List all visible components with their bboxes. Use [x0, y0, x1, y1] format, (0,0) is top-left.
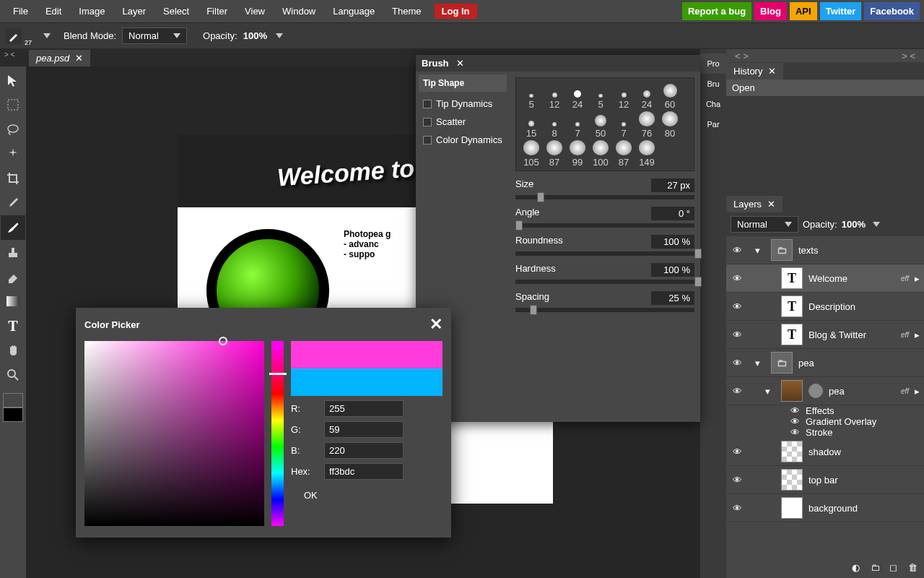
menu-edit[interactable]: Edit — [37, 0, 70, 23]
brush-tip-shape[interactable]: Tip Shape — [419, 74, 507, 92]
layer-row[interactable]: 👁▾🗀pea — [726, 349, 924, 377]
brush-preset[interactable]: 12 — [544, 82, 565, 110]
hue-slider[interactable] — [271, 341, 284, 526]
layer-blend-select[interactable]: Normal — [731, 216, 798, 233]
move-tool[interactable] — [1, 68, 25, 92]
layer-row[interactable]: 👁TWelcomeeff▸ — [726, 264, 924, 293]
checkbox-icon[interactable] — [423, 100, 432, 108]
layer-name[interactable]: pea — [829, 386, 895, 397]
background-color[interactable] — [3, 407, 23, 422]
layer-row[interactable]: 👁▾🗀texts — [726, 236, 924, 264]
visibility-icon[interactable]: 👁 — [731, 386, 744, 397]
fold-icon[interactable]: ▾ — [755, 245, 765, 256]
menu-layer[interactable]: Layer — [114, 0, 155, 23]
zoom-tool[interactable] — [1, 363, 25, 387]
type-tool[interactable]: T — [1, 314, 25, 338]
close-tab-icon[interactable]: ✕ — [75, 53, 83, 64]
layer-name[interactable]: pea — [798, 358, 920, 368]
brush-preset[interactable]: 100 — [590, 140, 611, 168]
clone-stamp-tool[interactable] — [1, 240, 25, 264]
brush-preset[interactable]: 12 — [613, 82, 635, 110]
slider-track[interactable] — [515, 308, 694, 312]
hand-tool[interactable] — [1, 338, 25, 363]
checkbox-icon[interactable] — [423, 118, 432, 126]
brush-preset[interactable]: 15 — [520, 111, 542, 139]
layer-row[interactable]: 👁TBlog & Twittereff▸ — [726, 321, 924, 349]
brush-preset[interactable]: 24 — [636, 82, 658, 110]
new-layer-icon[interactable]: ◻ — [889, 562, 901, 574]
slider-knob-icon[interactable] — [694, 249, 702, 259]
login-button[interactable]: Log In — [435, 4, 477, 19]
visibility-icon[interactable]: 👁 — [788, 427, 801, 438]
crop-tool[interactable] — [1, 166, 25, 191]
layer-name[interactable]: top bar — [808, 475, 920, 486]
visibility-icon[interactable]: 👁 — [788, 416, 801, 427]
menu-window[interactable]: Window — [274, 0, 324, 23]
slider-knob-icon[interactable] — [537, 192, 544, 202]
brush-scatter[interactable]: Scatter — [422, 113, 504, 131]
brush-preset[interactable]: 7 — [613, 111, 635, 139]
visibility-icon[interactable]: 👁 — [731, 503, 744, 514]
layer-name[interactable]: texts — [798, 245, 920, 256]
file-tab-pea[interactable]: pea.psd ✕ — [29, 50, 90, 66]
visibility-icon[interactable]: 👁 — [731, 447, 744, 457]
eraser-tool[interactable] — [1, 264, 25, 289]
brush-preview-icon[interactable]: 27 — [27, 30, 35, 41]
fold-icon[interactable]: ▾ — [765, 386, 775, 397]
layer-row[interactable]: 👁top bar — [726, 466, 924, 494]
close-icon[interactable]: ✕ — [456, 58, 464, 69]
visibility-icon[interactable]: 👁 — [731, 329, 744, 340]
foreground-color[interactable] — [3, 393, 23, 407]
brush-preset[interactable]: 80 — [659, 111, 681, 139]
blend-mode-select[interactable]: Normal — [122, 27, 187, 44]
slider-knob-icon[interactable] — [694, 277, 702, 287]
layer-name[interactable]: Blog & Twitter — [808, 329, 895, 340]
visibility-icon[interactable]: 👁 — [731, 273, 744, 284]
chevron-right-icon[interactable]: ▸ — [915, 273, 920, 284]
chevron-right-icon[interactable]: ▸ — [915, 386, 920, 397]
color-swatches[interactable] — [3, 393, 23, 422]
saturation-value-box[interactable] — [84, 341, 264, 526]
delete-layer-icon[interactable]: 🗑 — [908, 562, 920, 574]
layer-opacity-value[interactable]: 100% — [842, 219, 866, 230]
menu-language[interactable]: Language — [324, 0, 383, 23]
mini-tab-cha[interactable]: Cha — [700, 94, 726, 114]
opacity-dropdown-icon[interactable] — [276, 33, 283, 38]
panel-scroll-arrows[interactable]: < >> < — [726, 49, 924, 62]
sv-cursor-icon[interactable] — [219, 337, 227, 345]
layers-tab[interactable]: Layers✕ — [726, 196, 783, 212]
slider-knob-icon[interactable] — [530, 305, 537, 315]
brush-color-dynamics[interactable]: Color Dynamics — [422, 131, 504, 149]
hex-input[interactable] — [324, 463, 404, 480]
brush-preset[interactable]: 87 — [613, 140, 635, 168]
new-folder-icon[interactable]: 🗀 — [871, 562, 882, 574]
chevron-right-icon[interactable]: ▸ — [915, 329, 920, 340]
visibility-icon[interactable]: 👁 — [788, 405, 801, 416]
brush-preset[interactable]: 5 — [590, 82, 611, 110]
magic-wand-tool[interactable] — [1, 142, 25, 166]
layer-name[interactable]: Description — [808, 301, 920, 312]
layer-name[interactable]: background — [808, 503, 920, 514]
close-icon[interactable]: ✕ — [430, 315, 443, 334]
brush-tip-dynamics[interactable]: Tip Dynamics — [422, 95, 504, 113]
menu-theme[interactable]: Theme — [383, 0, 430, 23]
layer-effect[interactable]: 👁Stroke — [726, 427, 924, 438]
mini-tab-pro[interactable]: Pro — [700, 53, 726, 74]
layer-row[interactable]: 👁TDescription — [726, 293, 924, 321]
fold-icon[interactable]: ▾ — [755, 358, 765, 368]
brush-preset[interactable]: 7 — [567, 111, 588, 139]
slider-track[interactable] — [515, 223, 694, 228]
layer-effect[interactable]: 👁Gradient Overlay — [726, 416, 924, 427]
menu-select[interactable]: Select — [154, 0, 198, 23]
marquee-tool[interactable] — [1, 92, 25, 117]
menu-image[interactable]: Image — [70, 0, 113, 23]
brush-preset[interactable]: 60 — [659, 82, 681, 110]
menu-filter[interactable]: Filter — [198, 0, 236, 23]
mini-tab-bru[interactable]: Bru — [700, 74, 726, 94]
report-bug-link[interactable]: Report a bug — [682, 2, 751, 20]
slider-knob-icon[interactable] — [515, 220, 523, 230]
blog-link[interactable]: Blog — [754, 2, 787, 20]
history-item-open[interactable]: Open — [726, 79, 924, 96]
brush-preset[interactable]: 5 — [520, 82, 542, 110]
brush-preset[interactable]: 149 — [636, 140, 658, 168]
